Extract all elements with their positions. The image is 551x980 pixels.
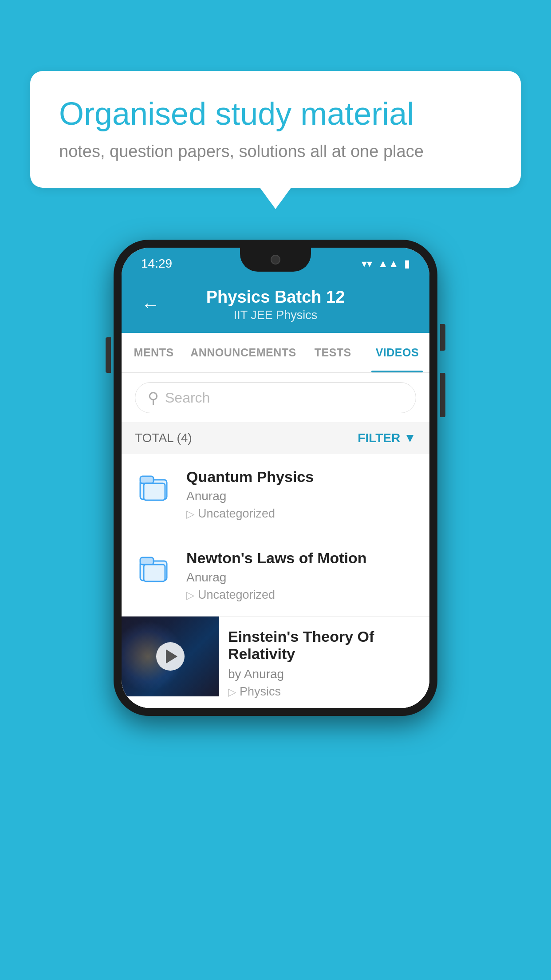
total-label: TOTAL (4) bbox=[135, 431, 192, 445]
phone-outer: 14:29 ▾▾ ▲▲ ▮ ← Physics Batch 12 IIT JEE… bbox=[114, 240, 437, 716]
play-button[interactable] bbox=[156, 642, 185, 671]
item-author: by Anurag bbox=[228, 667, 421, 681]
tab-tests[interactable]: TESTS bbox=[301, 333, 365, 372]
filter-button[interactable]: FILTER ▼ bbox=[358, 431, 416, 445]
tag-label: Uncategorized bbox=[198, 588, 275, 602]
folder-icon bbox=[135, 549, 174, 589]
tab-ments[interactable]: MENTS bbox=[122, 333, 186, 372]
speech-bubble: Organised study material notes, question… bbox=[30, 71, 521, 188]
bubble-subtitle: notes, question papers, solutions all at… bbox=[59, 142, 492, 161]
bubble-title: Organised study material bbox=[59, 95, 492, 132]
wifi-icon: ▾▾ bbox=[362, 257, 372, 270]
tag-label: Uncategorized bbox=[198, 507, 275, 521]
tag-icon: ▷ bbox=[228, 686, 236, 698]
item-author: Anurag bbox=[186, 570, 416, 585]
tab-videos[interactable]: VIDEOS bbox=[365, 333, 429, 372]
signal-icon: ▲▲ bbox=[378, 257, 399, 270]
status-bar: 14:29 ▾▾ ▲▲ ▮ bbox=[122, 248, 429, 280]
tag-icon: ▷ bbox=[186, 589, 194, 601]
filter-label: FILTER bbox=[358, 431, 400, 445]
svg-rect-5 bbox=[144, 565, 165, 581]
power-button[interactable] bbox=[440, 373, 445, 417]
item-tag: ▷ Physics bbox=[228, 685, 421, 699]
notch bbox=[240, 248, 311, 272]
svg-rect-4 bbox=[140, 557, 153, 565]
volume-button-right[interactable] bbox=[440, 324, 445, 351]
search-input-wrapper[interactable]: ⚲ Search bbox=[135, 382, 416, 413]
list-item[interactable]: Quantum Physics Anurag ▷ Uncategorized bbox=[122, 454, 429, 535]
tag-label: Physics bbox=[240, 685, 281, 699]
search-container: ⚲ Search bbox=[122, 373, 429, 422]
speech-bubble-container: Organised study material notes, question… bbox=[30, 71, 521, 188]
battery-icon: ▮ bbox=[404, 257, 410, 270]
item-tag: ▷ Uncategorized bbox=[186, 507, 416, 521]
media-content: Einstein's Theory Of Relativity by Anura… bbox=[219, 616, 429, 707]
app-bar: ← Physics Batch 12 IIT JEE Physics bbox=[122, 280, 429, 333]
item-title: Newton's Laws of Motion bbox=[186, 549, 416, 567]
item-title: Einstein's Theory Of Relativity bbox=[228, 628, 421, 663]
tab-announcements[interactable]: ANNOUNCEMENTS bbox=[186, 333, 300, 372]
back-button[interactable]: ← bbox=[141, 294, 160, 316]
item-content: Quantum Physics Anurag ▷ Uncategorized bbox=[186, 468, 416, 521]
play-icon bbox=[166, 649, 177, 664]
search-icon: ⚲ bbox=[148, 389, 159, 407]
tabs-bar: MENTS ANNOUNCEMENTS TESTS VIDEOS bbox=[122, 333, 429, 373]
item-content: Newton's Laws of Motion Anurag ▷ Uncateg… bbox=[186, 549, 416, 602]
camera bbox=[271, 255, 280, 265]
filter-row: TOTAL (4) FILTER ▼ bbox=[122, 422, 429, 454]
phone-frame: 14:29 ▾▾ ▲▲ ▮ ← Physics Batch 12 IIT JEE… bbox=[114, 240, 437, 716]
svg-rect-1 bbox=[140, 476, 153, 483]
screen-title: Physics Batch 12 bbox=[206, 288, 345, 307]
search-input[interactable]: Search bbox=[165, 390, 210, 406]
tag-icon: ▷ bbox=[186, 508, 194, 520]
filter-icon: ▼ bbox=[404, 431, 416, 445]
folder-icon bbox=[135, 468, 174, 507]
item-author: Anurag bbox=[186, 489, 416, 503]
list-item[interactable]: Newton's Laws of Motion Anurag ▷ Uncateg… bbox=[122, 535, 429, 616]
item-title: Quantum Physics bbox=[186, 468, 416, 486]
list-item-media[interactable]: Einstein's Theory Of Relativity by Anura… bbox=[122, 616, 429, 708]
svg-rect-2 bbox=[144, 483, 165, 500]
screen-subtitle: IIT JEE Physics bbox=[206, 308, 345, 322]
volume-button-left[interactable] bbox=[106, 337, 111, 373]
item-tag: ▷ Uncategorized bbox=[186, 588, 416, 602]
status-time: 14:29 bbox=[141, 257, 172, 271]
list-container: Quantum Physics Anurag ▷ Uncategorized bbox=[122, 454, 429, 708]
status-icons: ▾▾ ▲▲ ▮ bbox=[362, 257, 410, 270]
phone-screen: 14:29 ▾▾ ▲▲ ▮ ← Physics Batch 12 IIT JEE… bbox=[122, 248, 429, 708]
video-thumbnail bbox=[122, 616, 219, 696]
app-bar-title-group: Physics Batch 12 IIT JEE Physics bbox=[206, 288, 345, 322]
